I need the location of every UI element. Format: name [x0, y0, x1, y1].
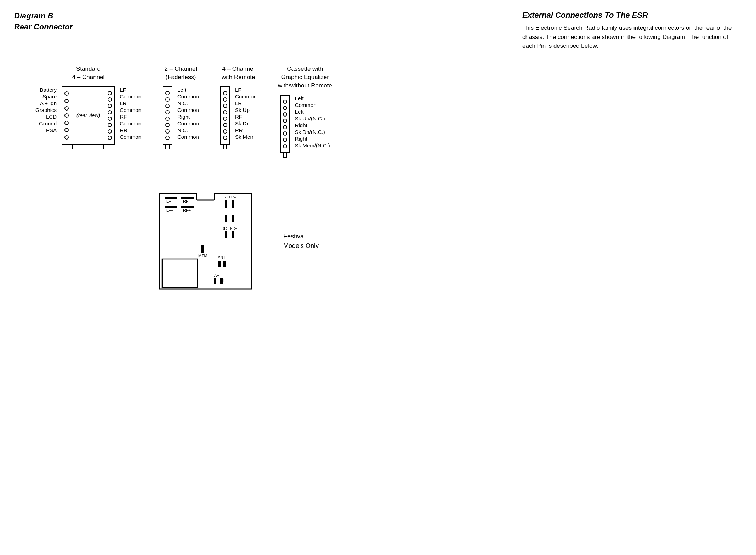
svg-text:RF–: RF– — [183, 199, 191, 203]
connector-box: (rear view) — [62, 86, 115, 145]
pin — [64, 128, 69, 132]
pin — [165, 123, 170, 127]
svg-text:IL: IL — [222, 278, 226, 283]
connector-4ch-remote: 4 – Channel with Remote — [220, 65, 257, 150]
svg-rect-19 — [225, 231, 227, 238]
ext-connections-block: External Connections To The ESR This Ele… — [522, 11, 742, 51]
pin — [64, 121, 69, 125]
left-pins-col — [62, 87, 71, 144]
svg-rect-14 — [225, 200, 227, 208]
right-labels-4chr: LF Common LR Sk Up RF Sk Dn RR Sk Mem — [233, 86, 257, 140]
svg-rect-20 — [232, 231, 234, 238]
page-header: Diagram B Rear Connector External Connec… — [14, 11, 742, 51]
pin — [108, 110, 112, 114]
pins-col-4chr — [221, 87, 229, 144]
svg-text:RR+  RR–: RR+ RR– — [222, 226, 237, 230]
festiva-svg: LF– RF– LF+ RF+ LR+ LR– RR+ RR– MEM ANT … — [156, 186, 255, 296]
pin — [223, 110, 227, 114]
pin — [283, 131, 287, 136]
pins-col-2ch — [163, 87, 172, 144]
connector-box-wrapper-2ch — [163, 86, 172, 149]
pin — [223, 97, 227, 102]
connector-standard-4ch-title: Standard 4 – Channel — [72, 65, 105, 82]
svg-rect-24 — [218, 261, 221, 267]
connector-middle-label: (rear view) — [71, 87, 106, 144]
pins-col-cass — [281, 96, 289, 152]
connector-box-wrapper-cass — [280, 95, 290, 158]
pin — [223, 136, 227, 140]
connector-2ch-title: 2 – Channel (Faderless) — [165, 65, 197, 82]
pin — [165, 110, 170, 114]
pin — [108, 91, 112, 95]
ext-connections-title: External Connections To The ESR — [522, 11, 742, 20]
pin — [165, 104, 170, 108]
svg-text:LR+  LR–: LR+ LR– — [222, 195, 236, 199]
pin — [64, 91, 69, 96]
connector-box-cass — [280, 95, 290, 153]
connector-tab — [72, 145, 104, 149]
connector-2ch-diagram: Left Common N.C. Common Right Common N.C… — [163, 86, 199, 149]
svg-text:MEM: MEM — [198, 254, 208, 258]
svg-rect-26 — [162, 259, 198, 287]
pin — [64, 135, 69, 140]
right-labels-2ch: Left Common N.C. Common Right Common N.C… — [175, 86, 199, 140]
pin — [283, 125, 287, 129]
left-labels: Battery Spare A + Ign Graphics LCD Groun… — [35, 86, 59, 134]
ext-connections-text: This Electronic Search Radio family uses… — [522, 23, 742, 51]
pin — [108, 136, 112, 140]
pin — [223, 123, 227, 127]
svg-rect-9 — [165, 206, 177, 208]
pin — [64, 113, 69, 118]
connectors-area: Standard 4 – Channel Battery Spare A + I… — [14, 65, 742, 158]
pin — [283, 112, 287, 117]
pin — [283, 100, 287, 104]
svg-text:LF–: LF– — [166, 199, 174, 203]
connector-4ch-remote-title: 4 – Channel with Remote — [222, 65, 255, 82]
connector-box-4chr — [220, 86, 230, 145]
pin — [108, 104, 112, 108]
svg-rect-1 — [197, 192, 214, 200]
connector-tab-4chr — [223, 145, 227, 149]
right-labels-cass: Left Common Left Sk Up/(N.C.) Right Sk D… — [293, 95, 330, 149]
connector-tab-cass — [283, 153, 287, 158]
pin — [223, 129, 227, 134]
pin — [165, 129, 170, 134]
right-pins-col — [106, 87, 114, 144]
svg-text:A+: A+ — [214, 273, 219, 277]
connector-box-wrapper: (rear view) — [62, 86, 115, 149]
bottom-section: LF– RF– LF+ RF+ LR+ LR– RR+ RR– MEM ANT … — [14, 186, 742, 296]
svg-rect-21 — [201, 245, 204, 253]
connector-4ch-remote-diagram: LF Common LR Sk Up RF Sk Dn RR Sk Mem — [220, 86, 257, 149]
connector-cassette-diagram: Left Common Left Sk Up/(N.C.) Right Sk D… — [280, 95, 330, 158]
svg-rect-16 — [225, 215, 227, 222]
pin — [108, 129, 112, 134]
pin — [165, 91, 170, 95]
pin — [165, 117, 170, 121]
pin — [64, 99, 69, 103]
pin — [64, 106, 69, 111]
pin — [108, 123, 112, 127]
pin — [108, 97, 112, 102]
svg-rect-10 — [181, 206, 194, 208]
pin — [108, 117, 112, 121]
connector-standard-4ch: Standard 4 – Channel Battery Spare A + I… — [35, 65, 141, 150]
svg-rect-17 — [232, 215, 234, 222]
svg-rect-28 — [214, 278, 216, 284]
connector-tab-2ch — [165, 145, 169, 149]
svg-text:LF+: LF+ — [166, 208, 173, 213]
connector-standard-4ch-diagram: Battery Spare A + Ign Graphics LCD Groun… — [35, 86, 141, 149]
svg-rect-15 — [232, 200, 234, 208]
pin — [223, 104, 227, 108]
pin — [165, 97, 170, 102]
pin — [223, 117, 227, 121]
pin — [223, 91, 227, 95]
svg-rect-25 — [223, 261, 226, 267]
pin — [283, 106, 287, 110]
right-labels: LF Common LR Common RF Common RR Common — [118, 86, 141, 140]
connector-box-wrapper-4chr — [220, 86, 230, 149]
connector-box-2ch — [163, 86, 172, 145]
pin — [283, 119, 287, 123]
svg-text:ANT: ANT — [218, 255, 226, 260]
festiva-label: Festiva Models Only — [283, 232, 319, 251]
connector-cassette-title: Cassette with Graphic Equalizer with/wit… — [278, 65, 332, 90]
